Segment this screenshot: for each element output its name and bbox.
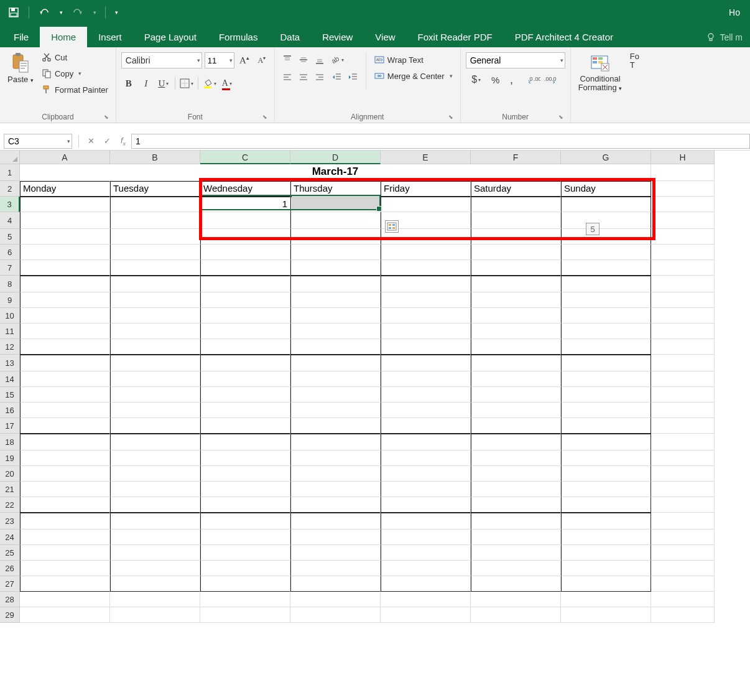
row-header-11[interactable]: 11 [0, 324, 20, 339]
cell-A15[interactable] [20, 387, 110, 403]
cell-F3[interactable] [471, 197, 561, 212]
cell-C9[interactable] [200, 292, 290, 308]
cell-C2[interactable]: Wednesday [200, 181, 290, 197]
cell-D16[interactable] [290, 403, 381, 418]
wrap-text-button[interactable]: ab Wrap Text [371, 52, 455, 67]
row-header-2[interactable]: 2 [0, 181, 20, 197]
cell-G7[interactable] [561, 260, 651, 276]
row-header-3[interactable]: 3 [0, 197, 20, 212]
increase-decimal-button[interactable]: .0.00 [527, 72, 542, 87]
row-header-8[interactable]: 8 [0, 276, 20, 292]
cell-B29[interactable] [110, 607, 200, 623]
cell-C5[interactable] [200, 229, 290, 245]
row-header-15[interactable]: 15 [0, 387, 20, 403]
cell-H15[interactable] [651, 387, 715, 403]
cell-H29[interactable] [651, 607, 715, 623]
number-format-combo[interactable]: General▾ [466, 52, 565, 68]
cell-E16[interactable] [381, 403, 471, 418]
cell-F10[interactable] [471, 308, 561, 324]
align-left-button[interactable] [280, 70, 295, 85]
cell-B14[interactable] [110, 371, 200, 387]
cell-C28[interactable] [200, 592, 290, 607]
cell-D22[interactable] [290, 497, 381, 513]
col-header-C[interactable]: C [200, 151, 290, 164]
cell-D29[interactable] [290, 607, 381, 623]
cell-C10[interactable] [200, 308, 290, 324]
alignment-launcher[interactable]: ⬊ [447, 113, 455, 121]
cell-F5[interactable] [471, 229, 561, 245]
cell-E28[interactable] [381, 592, 471, 607]
cell-C27[interactable] [200, 576, 290, 592]
decrease-decimal-button[interactable]: .00.0 [543, 72, 558, 87]
cell-A5[interactable] [20, 229, 110, 245]
tab-view[interactable]: View [364, 27, 406, 47]
cell-G27[interactable] [561, 576, 651, 592]
select-all-corner[interactable] [0, 151, 20, 164]
cell-F27[interactable] [471, 576, 561, 592]
row-header-25[interactable]: 25 [0, 545, 20, 561]
decrease-indent-button[interactable] [330, 70, 345, 85]
cell-G3[interactable] [561, 197, 651, 212]
cell-E19[interactable] [381, 450, 471, 466]
cell-C20[interactable] [200, 466, 290, 482]
cell-G18[interactable] [561, 434, 651, 450]
cell-B7[interactable] [110, 260, 200, 276]
cell-H6[interactable] [651, 245, 715, 260]
cell-B2[interactable]: Tuesday [110, 181, 200, 197]
cell-B15[interactable] [110, 387, 200, 403]
paste-button[interactable]: Paste ▾ [5, 50, 36, 86]
cell-B11[interactable] [110, 324, 200, 339]
cell-H5[interactable] [651, 229, 715, 245]
cell-E7[interactable] [381, 260, 471, 276]
cell-E20[interactable] [381, 466, 471, 482]
align-center-button[interactable] [296, 70, 311, 85]
clipboard-launcher[interactable]: ⬊ [102, 113, 111, 121]
cell-C17[interactable] [200, 418, 290, 434]
cancel-formula-button[interactable]: ✕ [83, 134, 99, 149]
tab-pdf-architect[interactable]: PDF Architect 4 Creator [504, 27, 624, 47]
cell-B17[interactable] [110, 418, 200, 434]
cell-H21[interactable] [651, 482, 715, 497]
cell-G10[interactable] [561, 308, 651, 324]
cell-E3[interactable] [381, 197, 471, 212]
cell-C21[interactable] [200, 482, 290, 497]
cell-D20[interactable] [290, 466, 381, 482]
align-right-button[interactable] [312, 70, 327, 85]
row-header-28[interactable]: 28 [0, 592, 20, 607]
tell-me-search[interactable]: Tell m [701, 32, 748, 47]
tab-page-layout[interactable]: Page Layout [133, 27, 208, 47]
cell-H26[interactable] [651, 561, 715, 576]
cell-C16[interactable] [200, 403, 290, 418]
cell-A28[interactable] [20, 592, 110, 607]
row-header-22[interactable]: 22 [0, 497, 20, 513]
redo-dropdown[interactable]: ▾ [90, 4, 99, 21]
row-header-29[interactable]: 29 [0, 607, 20, 623]
cell-D26[interactable] [290, 561, 381, 576]
cell-A9[interactable] [20, 292, 110, 308]
cell-H17[interactable] [651, 418, 715, 434]
cell-A24[interactable] [20, 530, 110, 545]
cell-E27[interactable] [381, 576, 471, 592]
cell-C22[interactable] [200, 497, 290, 513]
cell-G26[interactable] [561, 561, 651, 576]
cell-A11[interactable] [20, 324, 110, 339]
cell-D24[interactable] [290, 530, 381, 545]
col-header-E[interactable]: E [381, 151, 471, 164]
cell-F16[interactable] [471, 403, 561, 418]
copy-button[interactable]: Copy ▾ [39, 66, 111, 81]
cell-B28[interactable] [110, 592, 200, 607]
undo-dropdown[interactable]: ▾ [57, 4, 65, 21]
cell-B21[interactable] [110, 482, 200, 497]
cell-A20[interactable] [20, 466, 110, 482]
cell-F11[interactable] [471, 324, 561, 339]
cell-F8[interactable] [471, 276, 561, 292]
cell-D15[interactable] [290, 387, 381, 403]
cell-H27[interactable] [651, 576, 715, 592]
cell-G11[interactable] [561, 324, 651, 339]
col-header-D[interactable]: D [290, 151, 381, 164]
cell-G25[interactable] [561, 545, 651, 561]
cell-F2[interactable]: Saturday [471, 181, 561, 197]
cell-E18[interactable] [381, 434, 471, 450]
row-header-27[interactable]: 27 [0, 576, 20, 592]
cell-C8[interactable] [200, 276, 290, 292]
